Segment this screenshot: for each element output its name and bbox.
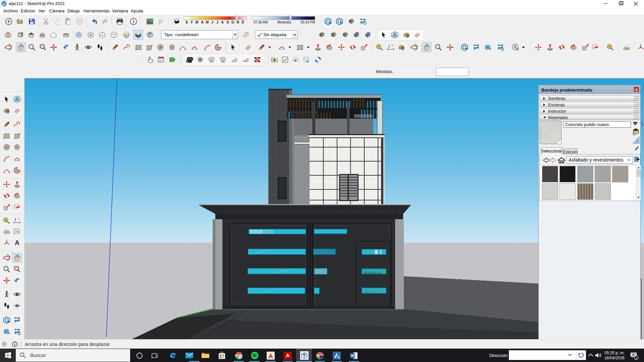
svg-text:J: J <box>211 20 213 24</box>
svg-text:W: W <box>351 354 354 358</box>
svg-text:S: S <box>227 20 229 24</box>
svg-text:05:33 PM: 05:33 PM <box>301 20 315 24</box>
svg-text:M: M <box>206 20 209 24</box>
svg-text:07:35 AM: 07:35 AM <box>254 20 268 24</box>
svg-text:A: A <box>201 20 203 24</box>
svg-text:J: J <box>216 20 218 24</box>
svg-text:A: A <box>321 356 323 359</box>
svg-text:1: 1 <box>635 356 637 360</box>
svg-text:A: A <box>221 20 223 24</box>
svg-text:D: D <box>241 20 244 24</box>
svg-text:M: M <box>196 20 198 24</box>
svg-text:O: O <box>231 20 234 24</box>
svg-text:8: 8 <box>338 356 340 359</box>
svg-text:N: N <box>236 20 239 24</box>
svg-text:Mediodía: Mediodía <box>277 20 291 24</box>
svg-text:E: E <box>186 20 188 24</box>
svg-text:F: F <box>191 20 193 24</box>
